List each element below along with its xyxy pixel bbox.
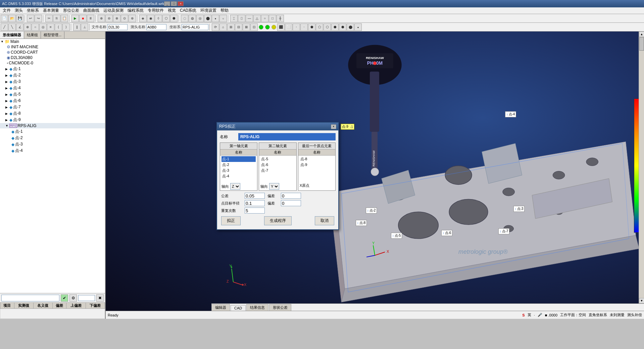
scroll-up-btn[interactable]: ▲ [639, 32, 644, 37]
action-confirm-btn[interactable]: ✔ [61, 294, 68, 302]
left-tab-results[interactable]: 结果组 [24, 32, 41, 39]
tree-point5[interactable]: ▶ ◆ 点-5 [0, 91, 105, 98]
left-tab-editor[interactable]: 形坐编辑器 [0, 32, 24, 39]
expand-pt6[interactable]: ▶ [5, 99, 9, 103]
tb2-25[interactable]: ⊡ [250, 23, 258, 31]
btm-tab-tolerance[interactable]: 形状公差 [269, 304, 291, 311]
tree-main[interactable]: ▼ 📁 Main [0, 39, 105, 44]
tb2-1[interactable]: ╱ [1, 23, 8, 31]
tb-e6[interactable]: □ [269, 15, 276, 22]
menu-coord[interactable]: 坐标系 [25, 7, 41, 14]
tb2-4[interactable]: ⊕ [24, 23, 31, 31]
expand-pt4[interactable]: ▶ [5, 86, 9, 90]
tb-c3[interactable]: ◊ [155, 15, 162, 22]
rps-s2-item2[interactable]: 点-6 [260, 162, 295, 168]
tree-point8[interactable]: ▶ ◆ 点-8 [0, 110, 105, 117]
tb-d2[interactable]: ◍ [189, 15, 196, 22]
close-button[interactable]: × [178, 1, 184, 6]
rps-s1-item2[interactable]: 点-2 [221, 162, 256, 168]
tree-rps-pt2[interactable]: ◆ 点-2 [0, 135, 105, 141]
tree-rps-alig[interactable]: ▼ RPS RPS-ALIG [0, 123, 105, 128]
tb-d1[interactable]: ◌ [181, 15, 188, 22]
menu-motion[interactable]: 运动及探测 [101, 7, 126, 14]
rps-radius-input[interactable] [245, 200, 265, 206]
tb2-9[interactable]: ⟩ [62, 23, 70, 31]
rps-cancel-button[interactable]: 取消 [315, 216, 334, 225]
expand-pt5[interactable]: ▶ [5, 93, 9, 96]
scroll-thumb[interactable] [639, 37, 644, 51]
tb-stop[interactable]: ■ [79, 15, 87, 22]
rps-section1-list[interactable]: 点-1 点-2 点-3 点-4 [220, 156, 257, 182]
tb-new[interactable]: 📄 [1, 15, 8, 22]
menu-vision[interactable]: 视觉 [166, 7, 178, 14]
tree-rps-pt3[interactable]: ◆ 点-3 [0, 141, 105, 148]
tb-d3[interactable]: ◎ [196, 15, 204, 22]
tb2-2[interactable]: ╲ [8, 23, 16, 31]
tb-b4[interactable]: ⊙ [121, 15, 128, 22]
rps-radius-offset-input[interactable] [281, 200, 301, 206]
tree-point4[interactable]: ▶ ◆ 点-4 [0, 85, 105, 91]
tb2-37[interactable]: ⬣ [339, 23, 346, 31]
tree-rps-pt4[interactable]: ◆ 点-4 [0, 148, 105, 154]
tb-b3[interactable]: ⊗ [113, 15, 120, 22]
rps-tolerance-offset-input[interactable] [281, 193, 301, 199]
tb2-33[interactable]: ⬟ [308, 23, 315, 31]
scroll-right[interactable]: ▲ ▼ [639, 32, 644, 303]
tb-e2[interactable]: ⌷ [238, 15, 245, 22]
btm-tab-editor[interactable]: 编辑器 [211, 304, 230, 311]
tb2-38[interactable]: ⬤ [347, 23, 354, 31]
tb-run[interactable]: ▶ [71, 15, 79, 22]
tb-copy[interactable]: ⎘ [53, 15, 60, 22]
tb2-5[interactable]: ○ [32, 23, 39, 31]
action-gear-btn[interactable]: ⚙ [69, 294, 77, 302]
tb2-11[interactable]: ⊥ [81, 23, 88, 31]
rps-close-button[interactable]: × [331, 124, 336, 129]
rps-section2-list[interactable]: 点-5 点-6 点-7 [259, 156, 296, 182]
rps-s3-item2[interactable]: 点-9 [300, 162, 334, 168]
tb2-6[interactable]: ◎ [39, 23, 47, 31]
tb-redo[interactable]: ↪ [35, 15, 42, 22]
rps-correct-button[interactable]: 拟正 [221, 216, 241, 225]
expand-pt8[interactable]: ▶ [5, 112, 9, 115]
menu-measure[interactable]: 基本测量 [41, 7, 61, 14]
btm-tab-cad[interactable]: CAD [231, 305, 246, 311]
tb2-7[interactable]: ≡ [47, 23, 54, 31]
tb-pause[interactable]: ⏸ [87, 15, 94, 22]
minimize-button[interactable]: _ [164, 1, 170, 6]
menu-env[interactable]: 环境设置 [198, 7, 218, 14]
tb2-21[interactable]: ⌂ [219, 23, 227, 31]
menu-tolerance[interactable]: 形位公差 [61, 7, 81, 14]
filename-input[interactable] [107, 24, 128, 30]
tb2-8[interactable]: ⟨ [55, 23, 62, 31]
probename-input[interactable] [146, 24, 166, 30]
tb2-3[interactable]: ∠ [16, 23, 23, 31]
rps-s2-item3[interactable]: 点-7 [260, 168, 295, 173]
tb-save[interactable]: 💾 [16, 15, 23, 22]
expand-pt1[interactable]: ▶ [5, 67, 9, 71]
tb-d5[interactable]: ⬥ [212, 15, 219, 22]
coordsys-input[interactable] [182, 24, 208, 30]
expand-pt7[interactable]: ▶ [5, 106, 9, 109]
tb2-23[interactable]: ⊟ [235, 23, 242, 31]
tb2-31[interactable]: ⬝ [293, 23, 300, 31]
tb-b5[interactable]: ⊛ [129, 15, 136, 22]
tree-point2[interactable]: ▶ ◆ 点-2 [0, 72, 105, 78]
rps-dialog-titlebar[interactable]: RPS拟正 × [217, 123, 338, 130]
tb-open[interactable]: 📂 [8, 15, 16, 22]
rps-s1-axis-select[interactable]: X Y Z [230, 183, 240, 190]
tb-e5[interactable]: ○ [261, 15, 268, 22]
tb-cut[interactable]: ✂ [45, 15, 53, 22]
tree-point6[interactable]: ▶ ◆ 点-6 [0, 98, 105, 104]
action-search-input[interactable] [1, 295, 59, 301]
tree-point3[interactable]: ▶ ◆ 点-3 [0, 78, 105, 85]
tb2-24[interactable]: ⊠ [243, 23, 250, 31]
tree-d2l30[interactable]: ◉ D2L30A0B0 [0, 55, 105, 60]
rps-s3-item1[interactable]: 点-8 [300, 156, 334, 162]
tree-point1[interactable]: ▶ ◆ 点-1 [0, 66, 105, 72]
rps-s2-item1[interactable]: 点-5 [260, 156, 295, 162]
menu-special[interactable]: 专用软件 [146, 7, 166, 14]
tb2-34[interactable]: ⬠ [316, 23, 323, 31]
menu-curve[interactable]: 曲面曲线 [81, 7, 101, 14]
tb2-30[interactable]: ⬜ [285, 23, 292, 31]
menu-program[interactable]: 编程系统 [126, 7, 146, 14]
